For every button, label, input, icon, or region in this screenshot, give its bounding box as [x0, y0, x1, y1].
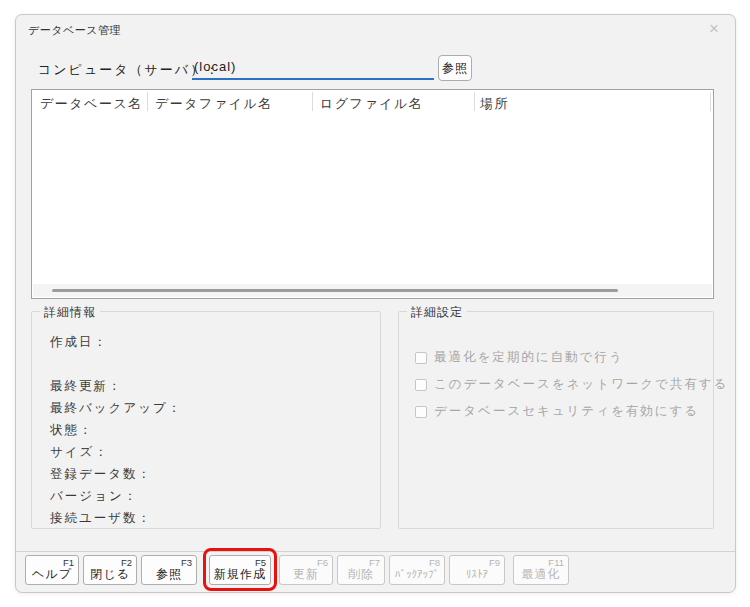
- fkey-label: F8: [394, 558, 440, 567]
- checkbox-icon: [415, 406, 427, 418]
- button-label: ヘルプ: [30, 568, 74, 581]
- button-label: 削除: [342, 568, 380, 581]
- checkbox-auto-optimize: 最適化を定期的に自動で行う: [415, 348, 624, 364]
- column-header-location: 場所: [480, 95, 509, 113]
- fkey-label: F2: [88, 558, 132, 567]
- column-header-data-file-name: データファイル名: [155, 95, 273, 113]
- database-list[interactable]: データベース名 データファイル名 ログファイル名 場所: [31, 89, 714, 299]
- fkey-label: F3: [146, 558, 192, 567]
- restore-button: F9 ﾘｽﾄｱ: [449, 555, 505, 585]
- screen: データベース管理 × コンピュータ（サーバ）： 参照 データベース名 データファ…: [0, 0, 750, 607]
- button-label: 参照: [146, 568, 192, 581]
- detail-settings-title: 詳細設定: [407, 304, 467, 321]
- field-record-count: 登録データ数：: [50, 466, 152, 483]
- field-last-update: 最終更新：: [50, 378, 123, 395]
- column-header-log-file-name: ログファイル名: [320, 95, 423, 113]
- detail-settings-group: 詳細設定 最適化を定期的に自動で行う このデータベースをネットワークで共有する …: [398, 311, 714, 529]
- database-management-dialog: データベース管理 × コンピュータ（サーバ）： 参照 データベース名 データファ…: [15, 14, 736, 593]
- database-list-body[interactable]: [32, 114, 713, 284]
- checkbox-network-share: このデータベースをネットワークで共有する: [415, 375, 728, 391]
- checkbox-label: このデータベースをネットワークで共有する: [434, 376, 728, 393]
- checkbox-enable-security: データベースセキュリティを有効にする: [415, 402, 699, 418]
- checkbox-icon: [415, 352, 427, 364]
- checkbox-label: 最適化を定期的に自動で行う: [434, 349, 624, 366]
- checkbox-label: データベースセキュリティを有効にする: [434, 403, 699, 420]
- update-button: F6 更新: [279, 555, 333, 585]
- field-last-backup: 最終バックアップ：: [50, 400, 182, 417]
- button-label: ﾊﾞｯｸｱｯﾌﾟ: [394, 568, 440, 581]
- detail-info-title: 詳細情報: [40, 304, 100, 321]
- column-separator: [312, 92, 313, 111]
- horizontal-scrollbar-thumb[interactable]: [52, 289, 618, 292]
- column-separator: [710, 92, 711, 111]
- server-input[interactable]: [192, 55, 434, 80]
- close-button[interactable]: F2 閉じる: [83, 555, 137, 585]
- fkey-label: F11: [518, 558, 564, 567]
- fkey-label: F5: [214, 558, 266, 567]
- fkey-label: F6: [284, 558, 328, 567]
- horizontal-scrollbar[interactable]: [33, 284, 712, 297]
- field-size: サイズ：: [50, 444, 109, 461]
- button-label: 更新: [284, 568, 328, 581]
- button-bar-separator: [16, 551, 735, 552]
- fkey-label: F1: [30, 558, 74, 567]
- backup-button: F8 ﾊﾞｯｸｱｯﾌﾟ: [389, 555, 445, 585]
- browse-f3-button[interactable]: F3 参照: [141, 555, 197, 585]
- fkey-label: F9: [454, 558, 500, 567]
- button-label: 閉じる: [88, 568, 132, 581]
- help-button[interactable]: F1 ヘルプ: [25, 555, 79, 585]
- optimize-button: F11 最適化: [513, 555, 569, 585]
- field-connected-users: 接続ユーザ数：: [50, 510, 152, 527]
- delete-button: F7 削除: [337, 555, 385, 585]
- dialog-title: データベース管理: [28, 23, 121, 38]
- fkey-label: F7: [342, 558, 380, 567]
- button-label: ﾘｽﾄｱ: [454, 568, 500, 581]
- new-create-button[interactable]: F5 新規作成: [209, 555, 271, 585]
- column-header-database-name: データベース名: [40, 95, 143, 113]
- field-version: バージョン：: [50, 488, 138, 505]
- browse-button[interactable]: 参照: [438, 55, 472, 81]
- column-separator: [147, 92, 148, 111]
- column-separator: [474, 92, 475, 111]
- button-label: 最適化: [518, 568, 564, 581]
- field-creation-date: 作成日：: [50, 334, 108, 351]
- checkbox-icon: [415, 379, 427, 391]
- detail-info-group: 詳細情報 作成日： 最終更新： 最終バックアップ： 状態： サイズ： 登録データ…: [31, 311, 381, 529]
- close-icon[interactable]: ×: [704, 19, 724, 39]
- field-status: 状態：: [50, 422, 94, 439]
- button-label: 新規作成: [214, 568, 266, 581]
